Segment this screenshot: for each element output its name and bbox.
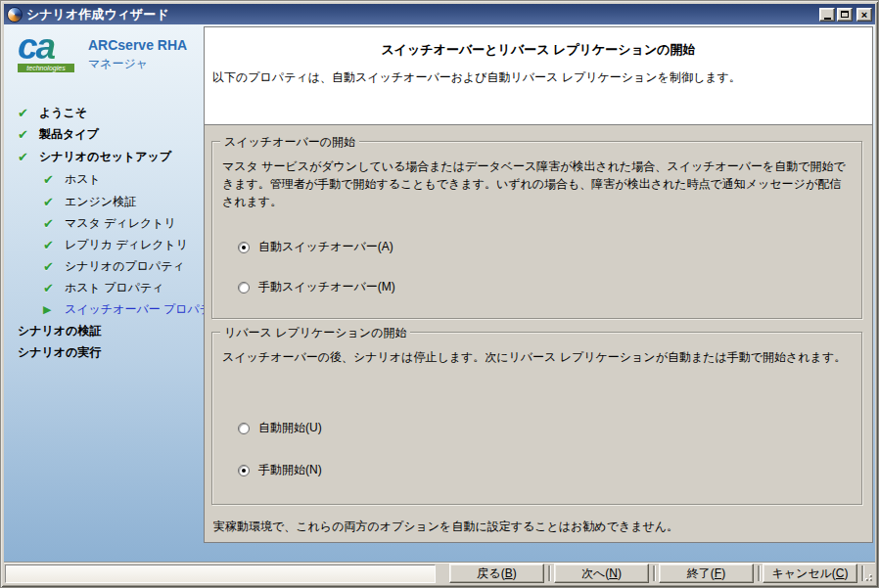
close-button[interactable]: × <box>856 8 872 22</box>
page-intro: 以下のプロパティは、自動スイッチオーバーおよび自動リバース レプリケーションを制… <box>212 69 864 86</box>
check-icon: ✔ <box>43 195 65 209</box>
recommendation-note: 実稼動環境で、これらの両方のオプションを自動に設定することはお勧めできません。 <box>213 519 864 535</box>
resize-grip-icon[interactable] <box>861 570 874 583</box>
ca-logo: ca technologies <box>18 30 76 72</box>
page-header: スイッチオーバーとリバース レプリケーションの開始 以下のプロパティは、自動スイ… <box>205 27 872 125</box>
reverse-group-title: リバース レプリケーションの開始 <box>220 325 410 341</box>
step-welcome: ✔ ようこそ <box>18 103 87 122</box>
button-separator <box>758 565 760 581</box>
client-area: ca technologies ARCserve RHA マネージャ ✔ ようこ… <box>4 24 875 562</box>
title-bar[interactable]: シナリオ作成ウィザード × <box>4 4 875 24</box>
status-panel <box>5 565 436 583</box>
ca-logo-subtext: technologies <box>18 64 74 72</box>
step-scenario-run: シナリオの実行 <box>18 342 101 362</box>
step-master-directory: ✔ マスタ ディレクトリ <box>43 213 176 233</box>
radio-button[interactable] <box>238 423 250 434</box>
check-icon: ✔ <box>18 127 39 142</box>
reverse-group-description: スイッチオーバーの後、シナリオは停止します。次にリバース レプリケーションが自動… <box>222 348 852 366</box>
back-button[interactable]: 戻る(B) <box>449 564 544 583</box>
reverse-replication-groupbox: リバース レプリケーションの開始 スイッチオーバーの後、シナリオは停止します。次… <box>211 332 862 505</box>
check-icon: ✔ <box>43 216 65 231</box>
check-icon: ✔ <box>18 150 39 164</box>
switchover-group-description: マスタ サービスがダウンしている場合またはデータベース障害が検出された場合、スイ… <box>222 158 852 210</box>
radio-option-auto-switchover[interactable]: 自動スイッチオーバー(A) <box>238 239 393 255</box>
radio-button[interactable] <box>238 242 250 253</box>
wizard-window: シナリオ作成ウィザード × ca technologies ARCserve R… <box>0 0 879 588</box>
maximize-icon <box>841 11 849 18</box>
step-scenario-setup: ✔ シナリオのセットアップ <box>18 147 171 166</box>
step-host-properties: ✔ ホスト プロパティ <box>43 278 164 297</box>
minimize-icon <box>824 18 831 20</box>
step-product-type: ✔ 製品タイプ <box>18 124 99 144</box>
button-separator <box>653 565 655 581</box>
product-name: ARCserve RHA <box>88 37 187 53</box>
next-button[interactable]: 次へ(N) <box>554 564 649 583</box>
cancel-button[interactable]: キャンセル(C) <box>763 564 857 583</box>
step-hosts: ✔ ホスト <box>43 169 101 189</box>
minimize-button[interactable] <box>819 8 835 22</box>
step-scenario-properties: ✔ シナリオのプロパティ <box>43 256 185 276</box>
step-engine-verification: ✔ エンジン検証 <box>43 192 136 211</box>
close-icon: × <box>861 10 867 20</box>
radio-option-manual-start[interactable]: 手動開始(N) <box>238 462 322 478</box>
step-scenario-verification: シナリオの検証 <box>18 321 101 340</box>
ca-logo-text: ca <box>18 30 76 64</box>
window-title: シナリオ作成ウィザード <box>26 6 819 23</box>
check-icon: ✔ <box>43 238 65 252</box>
check-icon: ✔ <box>18 106 39 120</box>
product-subtitle: マネージャ <box>88 56 187 72</box>
check-icon: ✔ <box>43 281 65 295</box>
switchover-group-title: スイッチオーバーの開始 <box>220 134 359 151</box>
radio-option-manual-switchover[interactable]: 手動スイッチオーバー(M) <box>238 279 395 295</box>
radio-option-auto-start[interactable]: 自動開始(U) <box>238 420 322 436</box>
radio-button[interactable] <box>238 282 250 294</box>
window-controls: × <box>819 8 872 22</box>
step-replica-directory: ✔ レプリカ ディレクトリ <box>43 235 188 254</box>
maximize-button[interactable] <box>837 8 853 22</box>
content-panel: スイッチオーバーとリバース レプリケーションの開始 以下のプロパティは、自動スイ… <box>204 26 873 543</box>
product-title: ARCserve RHA マネージャ <box>88 37 187 72</box>
button-separator <box>548 565 550 581</box>
check-icon: ✔ <box>43 259 65 274</box>
current-step-arrow-icon: ▶ <box>43 303 65 316</box>
step-switchover-properties: ▶ スイッチオーバー プロパティ <box>43 299 223 319</box>
switchover-groupbox: スイッチオーバーの開始 マスタ サービスがダウンしている場合またはデータベース障… <box>211 141 862 319</box>
footer-bar: 戻る(B) 次へ(N) 終了(F) キャンセル(C) <box>4 562 875 584</box>
page-title: スイッチオーバーとリバース レプリケーションの開始 <box>205 27 872 59</box>
app-icon <box>7 7 23 23</box>
finish-button[interactable]: 終了(F) <box>659 564 754 583</box>
check-icon: ✔ <box>43 172 65 187</box>
radio-button[interactable] <box>238 465 250 476</box>
